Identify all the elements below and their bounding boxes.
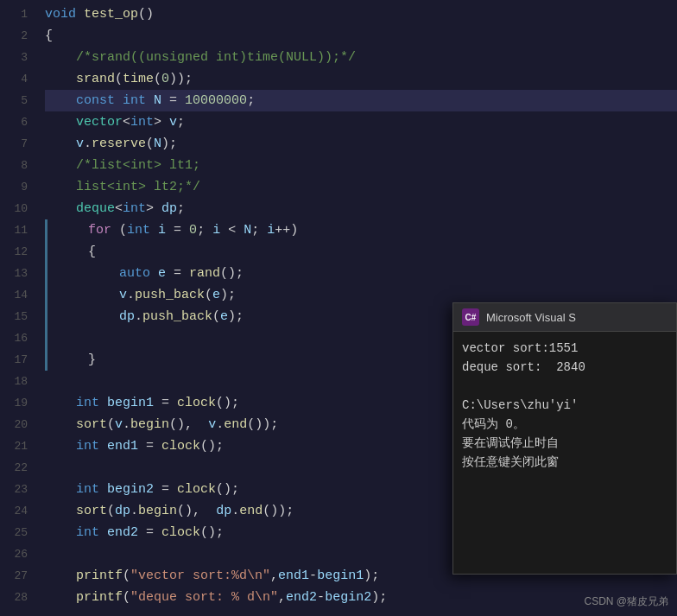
code-line: vector<int> v;	[45, 111, 677, 133]
code-line: srand(time(0));	[45, 68, 677, 90]
terminal-line: 要在调试停止时自	[462, 434, 668, 453]
code-line: const int N = 10000000;	[45, 90, 677, 111]
code-line: v.reserve(N);	[45, 133, 677, 155]
code-line: {	[45, 25, 677, 47]
terminal-title: Microsoft Visual S	[486, 311, 576, 324]
terminal-line: C:\Users\zhu'yi'	[462, 396, 668, 415]
terminal-line: 代码为 0。	[462, 415, 668, 434]
code-line: /*list<int> lt1;	[45, 155, 677, 176]
code-line: auto e = rand();	[45, 263, 677, 284]
terminal-line: vector sort:1551	[462, 339, 668, 358]
terminal-app-icon: C#	[462, 308, 479, 326]
terminal-line: deque sort: 2840	[462, 358, 668, 377]
terminal-window: C# Microsoft Visual S vector sort:1551de…	[452, 302, 677, 575]
line-numbers: 1234567891011121314151617181920212223242…	[0, 0, 33, 616]
watermark: CSDN @猪皮兄弟	[584, 594, 668, 609]
terminal-body: vector sort:1551deque sort: 2840 C:\User…	[453, 332, 676, 574]
terminal-titlebar: C# Microsoft Visual S	[453, 303, 676, 332]
code-line: /*srand((unsigned int)time(NULL));*/	[45, 47, 677, 68]
code-line: void test_op()	[45, 3, 677, 25]
code-line: for (int i = 0; i < N; i++)	[45, 219, 677, 241]
terminal-line	[462, 377, 668, 396]
terminal-line: 按任意键关闭此窗	[462, 453, 668, 472]
code-line: list<int> lt2;*/	[45, 176, 677, 198]
code-line: printf("deque sort: % d\n",end2-begin2);	[45, 587, 677, 608]
code-line: deque<int> dp;	[45, 198, 677, 219]
code-line: {	[45, 241, 677, 263]
